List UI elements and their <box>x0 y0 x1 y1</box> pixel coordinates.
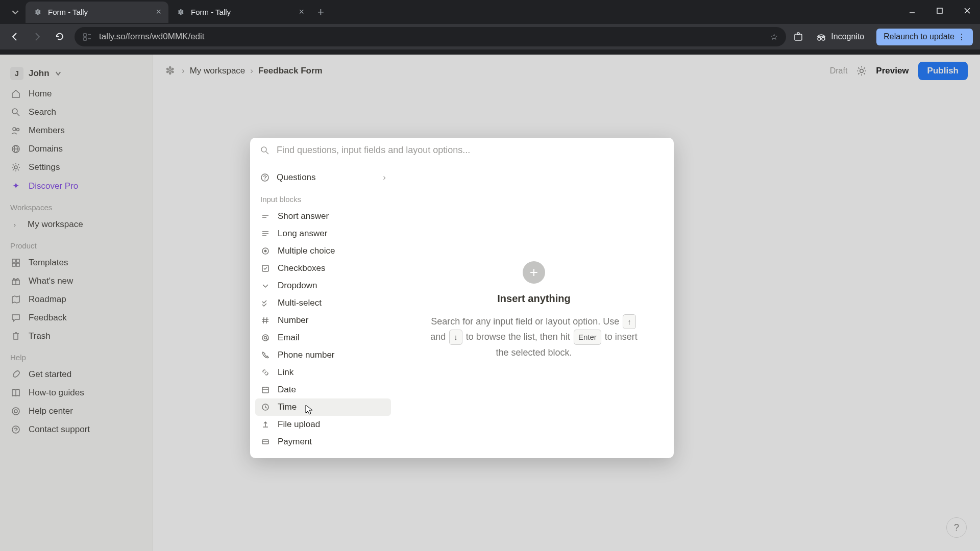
key-enter: Enter <box>574 330 601 345</box>
block-long-answer[interactable]: Long answer <box>255 225 391 242</box>
modal-preview-pane: + Insert anything Search for any input f… <box>394 163 674 458</box>
svg-point-34 <box>264 179 265 180</box>
questions-category[interactable]: Questions › <box>255 167 391 188</box>
block-phone[interactable]: Phone number <box>255 346 391 364</box>
clock-icon <box>260 403 271 411</box>
link-icon <box>260 368 271 377</box>
key-down: ↓ <box>449 330 462 345</box>
insert-title: Insert anything <box>497 293 570 305</box>
browser-tab-inactive[interactable]: ✽ Form - Tally × <box>168 2 311 23</box>
card-icon <box>260 438 271 446</box>
tab-title: Form - Tally <box>191 8 293 16</box>
insert-description: Search for any input field or layout opt… <box>425 314 643 361</box>
tab-search-dropdown[interactable] <box>5 2 26 22</box>
tally-favicon-icon: ✽ <box>176 7 186 17</box>
hash-icon <box>260 316 271 324</box>
svg-line-32 <box>266 152 268 154</box>
reload-button[interactable] <box>52 29 67 44</box>
upload-icon <box>260 420 271 429</box>
tab-strip: ✽ Form - Tally × ✽ Form - Tally × + <box>0 0 980 24</box>
relaunch-button[interactable]: Relaunch to update ⋮ <box>876 29 973 45</box>
address-bar[interactable]: tally.so/forms/wd0MMK/edit ☆ <box>75 27 786 46</box>
browser-chrome: ✽ Form - Tally × ✽ Form - Tally × + tall… <box>0 0 980 55</box>
incognito-label: Incognito <box>831 32 864 41</box>
block-link[interactable]: Link <box>255 364 391 381</box>
browser-toolbar: tally.so/forms/wd0MMK/edit ☆ Incognito R… <box>0 24 980 49</box>
input-blocks-section-label: Input blocks <box>255 188 391 208</box>
svg-rect-4 <box>84 38 86 40</box>
checkbox-icon <box>260 264 271 272</box>
long-answer-icon <box>260 230 271 238</box>
radio-icon <box>260 247 271 255</box>
svg-point-44 <box>264 337 267 339</box>
block-multiple-choice[interactable]: Multiple choice <box>255 242 391 260</box>
minimize-button[interactable] <box>904 3 920 18</box>
close-icon[interactable]: × <box>156 7 161 17</box>
incognito-icon <box>816 31 827 42</box>
dropdown-icon <box>260 282 271 290</box>
close-icon[interactable]: × <box>299 7 304 17</box>
svg-rect-2 <box>84 34 86 36</box>
url-text: tally.so/forms/wd0MMK/edit <box>99 32 763 42</box>
browser-tab-active[interactable]: ✽ Form - Tally × <box>26 2 168 23</box>
modal-search-input[interactable] <box>277 145 664 156</box>
svg-point-9 <box>822 37 825 40</box>
block-email[interactable]: Email <box>255 329 391 346</box>
block-number[interactable]: Number <box>255 312 391 329</box>
chevron-right-icon: › <box>383 172 386 183</box>
svg-point-31 <box>261 147 266 152</box>
block-time[interactable]: Time <box>255 398 391 416</box>
calendar-icon <box>260 386 271 394</box>
close-window-button[interactable] <box>960 3 975 18</box>
plus-circle-icon: + <box>523 261 545 284</box>
svg-rect-7 <box>797 33 799 35</box>
block-multi-select[interactable]: Multi-select <box>255 294 391 312</box>
svg-rect-50 <box>262 440 268 444</box>
tab-title: Form - Tally <box>48 8 151 16</box>
svg-rect-6 <box>795 34 802 40</box>
kebab-icon: ⋮ <box>958 32 966 42</box>
block-file-upload[interactable]: File upload <box>255 416 391 433</box>
incognito-indicator[interactable]: Incognito <box>811 31 869 42</box>
window-controls <box>904 3 975 18</box>
svg-rect-1 <box>937 8 942 13</box>
multi-select-icon <box>260 299 271 307</box>
modal-search-row <box>250 138 674 163</box>
svg-rect-45 <box>262 387 268 393</box>
block-dropdown[interactable]: Dropdown <box>255 277 391 294</box>
new-tab-button[interactable]: + <box>311 6 330 19</box>
block-date[interactable]: Date <box>255 381 391 398</box>
at-icon <box>260 334 271 342</box>
forward-button[interactable] <box>30 29 45 44</box>
extensions-button[interactable] <box>793 32 803 42</box>
block-checkboxes[interactable]: Checkboxes <box>255 260 391 277</box>
phone-icon <box>260 351 271 359</box>
tally-favicon-icon: ✽ <box>33 7 43 17</box>
modal-block-list[interactable]: Questions › Input blocks Short answer Lo… <box>250 163 394 458</box>
maximize-button[interactable] <box>932 3 947 18</box>
key-up: ↑ <box>623 314 636 330</box>
bookmark-star-icon[interactable]: ☆ <box>770 32 778 42</box>
svg-point-8 <box>818 37 821 40</box>
block-short-answer[interactable]: Short answer <box>255 208 391 225</box>
block-payment[interactable]: Payment <box>255 433 391 450</box>
back-button[interactable] <box>7 29 22 44</box>
question-icon <box>260 173 270 182</box>
modal-body: Questions › Input blocks Short answer Lo… <box>250 163 674 458</box>
site-info-icon[interactable] <box>83 32 92 41</box>
insert-block-modal: Questions › Input blocks Short answer Lo… <box>250 138 674 458</box>
short-answer-icon <box>260 212 271 220</box>
svg-point-41 <box>264 250 267 253</box>
search-icon <box>260 146 270 155</box>
